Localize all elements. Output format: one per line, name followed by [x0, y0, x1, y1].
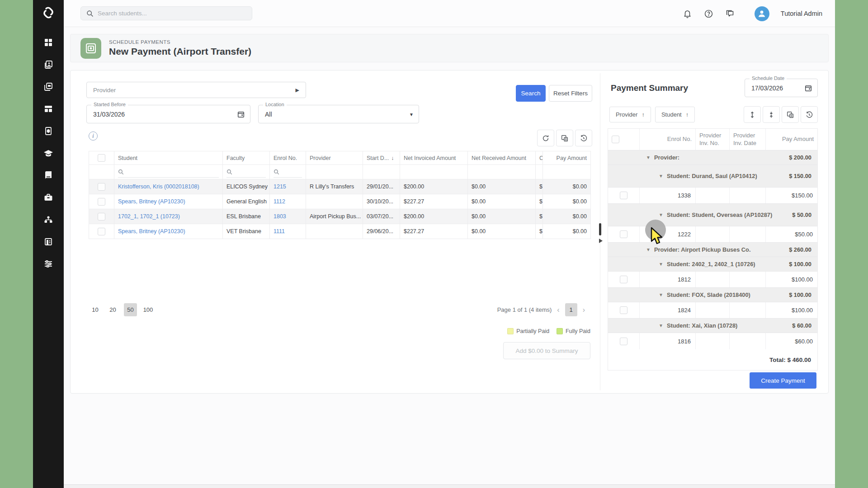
- collapse-all-button[interactable]: [763, 106, 780, 123]
- student-link[interactable]: 1702_1, 1702_1 (10723): [118, 213, 180, 220]
- current-page-button[interactable]: 1: [565, 303, 577, 316]
- group-chip-student[interactable]: Student↑: [655, 107, 695, 122]
- student-link[interactable]: Kristofferson, Kris (0002018108): [118, 183, 199, 190]
- collapse-caret-icon[interactable]: ▼: [659, 174, 663, 178]
- student-search-input[interactable]: [80, 6, 252, 20]
- row-checkbox[interactable]: [98, 228, 105, 235]
- provider-inv-no-cell[interactable]: [696, 272, 730, 287]
- pay-amount-cell[interactable]: $0.00: [543, 194, 591, 209]
- collapse-caret-icon[interactable]: ▼: [646, 247, 651, 252]
- student-link[interactable]: Spears, Britney (AP10230): [118, 228, 185, 235]
- grid-filter-cell[interactable]: [114, 165, 223, 179]
- pay-amount-cell[interactable]: $0.00: [543, 209, 591, 224]
- collapse-caret-icon[interactable]: ▼: [659, 262, 663, 267]
- app-logo-icon[interactable]: [39, 4, 57, 22]
- column-chooser-button[interactable]: [782, 106, 799, 123]
- notifications-bell-icon[interactable]: [683, 9, 693, 19]
- bottom-scrollbar-track[interactable]: [64, 484, 835, 488]
- create-payment-button[interactable]: Create Payment: [750, 372, 816, 389]
- started-before-field[interactable]: Started Before 31/03/2026: [86, 105, 250, 123]
- enrolment-link[interactable]: 1803: [274, 213, 286, 220]
- grid-col-header[interactable]: Enrol No.: [270, 151, 306, 165]
- sidebar-item-contact-card[interactable]: [40, 59, 57, 70]
- grid-filter-cell[interactable]: [306, 165, 363, 179]
- history-button[interactable]: [575, 130, 592, 146]
- row-checkbox[interactable]: [620, 192, 627, 199]
- grid-filter-cell[interactable]: [363, 165, 400, 179]
- sidebar-item-pages[interactable]: [40, 81, 57, 92]
- pay-amount-cell[interactable]: $0.00: [543, 179, 591, 194]
- grid-col-header[interactable]: Provider: [306, 151, 363, 165]
- history-button[interactable]: [801, 106, 818, 123]
- user-avatar[interactable]: [755, 6, 769, 21]
- row-checkbox[interactable]: [98, 213, 105, 221]
- page-size-20[interactable]: 20: [106, 303, 119, 316]
- page-size-50[interactable]: 50: [124, 303, 137, 316]
- enrolment-link[interactable]: 1112: [274, 198, 285, 205]
- student-link[interactable]: Spears, Britney (AP10230): [118, 198, 185, 205]
- select-all-checkbox[interactable]: [612, 136, 619, 143]
- next-page-icon[interactable]: ›: [583, 306, 585, 314]
- enrolment-link[interactable]: 1111: [274, 228, 285, 235]
- grid-filter-cell[interactable]: [223, 165, 270, 179]
- sidebar-item-grid[interactable]: [40, 37, 57, 48]
- grid-filter-cell[interactable]: [400, 165, 468, 179]
- collapse-caret-icon[interactable]: ▼: [659, 212, 663, 217]
- info-icon[interactable]: i: [89, 131, 98, 141]
- location-dropdown[interactable]: Location All ▼: [258, 105, 419, 123]
- provider-inv-date-cell[interactable]: [730, 272, 766, 287]
- row-checkbox[interactable]: [98, 198, 105, 206]
- sidebar-item-book[interactable]: [40, 170, 57, 181]
- provider-inv-date-cell[interactable]: [730, 302, 766, 318]
- grid-col-header[interactable]: Net Received Amount: [468, 151, 536, 165]
- row-checkbox[interactable]: [98, 183, 105, 191]
- row-checkbox[interactable]: [620, 306, 627, 314]
- collapse-caret-icon[interactable]: ▼: [659, 323, 663, 328]
- grid-filter-cell[interactable]: [468, 165, 536, 179]
- select-all-checkbox[interactable]: [98, 154, 105, 162]
- calendar-icon[interactable]: [804, 84, 812, 92]
- provider-inv-date-cell[interactable]: [730, 333, 766, 349]
- sidebar-item-dollar-doc[interactable]: $: [40, 126, 57, 136]
- splitter-drag-handle[interactable]: [599, 223, 601, 235]
- row-checkbox[interactable]: [620, 230, 627, 238]
- sidebar-item-graduation-cap[interactable]: [40, 148, 57, 159]
- grid-filter-cell[interactable]: [270, 165, 306, 179]
- calendar-icon[interactable]: [237, 110, 245, 118]
- schedule-date-field[interactable]: Schedule Date 17/03/2026: [745, 79, 818, 97]
- row-checkbox[interactable]: [620, 276, 627, 283]
- chat-icon[interactable]: [725, 9, 735, 19]
- sidebar-item-sliders[interactable]: [40, 258, 57, 269]
- pay-amount-cell[interactable]: $0.00: [543, 224, 591, 239]
- sidebar-item-people-network[interactable]: [40, 214, 57, 225]
- provider-inv-no-cell[interactable]: [696, 302, 730, 318]
- search-input-field[interactable]: [98, 10, 246, 17]
- splitter-expand-icon[interactable]: [599, 239, 603, 243]
- row-checkbox[interactable]: [620, 338, 627, 345]
- grid-col-header[interactable]: C: [536, 151, 543, 165]
- sidebar-item-briefcase[interactable]: [40, 192, 57, 203]
- sidebar-item-building-card[interactable]: [40, 236, 57, 247]
- provider-inv-no-cell[interactable]: [696, 226, 730, 242]
- group-chip-provider[interactable]: Provider↑: [609, 107, 651, 122]
- sidebar-item-panel-layout[interactable]: [40, 103, 57, 114]
- expand-all-button[interactable]: [744, 106, 761, 123]
- page-size-10[interactable]: 10: [89, 303, 102, 316]
- column-chooser-button[interactable]: [556, 130, 573, 146]
- grid-col-header[interactable]: Student: [114, 151, 223, 165]
- provider-dropdown[interactable]: Provider ▶: [86, 82, 306, 98]
- help-icon[interactable]: [704, 9, 714, 19]
- collapse-caret-icon[interactable]: ▼: [646, 155, 651, 160]
- grid-col-header[interactable]: Start D...↓: [363, 151, 400, 165]
- provider-inv-date-cell[interactable]: [730, 188, 766, 203]
- search-button[interactable]: Search: [516, 85, 546, 102]
- grid-col-header[interactable]: Faculty: [223, 151, 270, 165]
- collapse-caret-icon[interactable]: ▼: [659, 292, 663, 297]
- provider-inv-no-cell[interactable]: [696, 188, 730, 203]
- grid-filter-cell[interactable]: [543, 165, 591, 179]
- grid-filter-cell[interactable]: [536, 165, 543, 179]
- provider-inv-date-cell[interactable]: [730, 226, 766, 242]
- reset-filters-button[interactable]: Reset Filters: [549, 85, 592, 102]
- page-size-100[interactable]: 100: [142, 303, 155, 316]
- prev-page-icon[interactable]: ‹: [557, 306, 559, 314]
